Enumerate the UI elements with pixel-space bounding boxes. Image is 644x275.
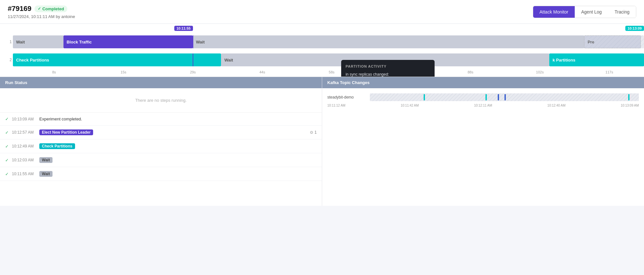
run-id: #79169 (8, 5, 31, 13)
axis-15s: 15s (89, 70, 158, 74)
step-check-3: ✓ (5, 144, 9, 149)
row-number-2: 2 (6, 58, 13, 62)
step-badge-wait2: Wait (39, 171, 53, 177)
kafka-axis-5: 10:13:09 AM (621, 104, 639, 107)
row-content-2: Check Partitions Wait k Partitions PARTI… (13, 53, 644, 66)
timeline-row-2: 2 Check Partitions Wait k Partitions PAR… (6, 51, 644, 69)
axis-117s: 117s (575, 70, 644, 74)
kafka-event-2 (485, 94, 487, 100)
step-badge-wait1: Wait (39, 157, 53, 163)
step-list: ✓ 10:13:09 AM Experiment completed. ✓ 10… (0, 113, 322, 181)
run-meta: 11/27/2024, 10:11:11 AM by antoine (8, 14, 75, 19)
header-left: #79169 Completed 11/27/2024, 10:11:11 AM… (8, 5, 75, 19)
step-badge-elect: Elect New Partition Leader (39, 129, 93, 135)
kafka-axis-1: 10:11:12 AM (327, 104, 345, 107)
step-item-2: ✓ 10:12:57 AM Elect New Partition Leader… (0, 126, 322, 139)
axis-102s: 102s (505, 70, 574, 74)
step-check-4: ✓ (5, 158, 9, 163)
step-time-2: 10:12:57 AM (12, 130, 36, 135)
timeline-marker-right: 10:13:09 (625, 26, 644, 31)
kafka-panel: Kafka Topic Changes steadybit-demo 10:11… (322, 77, 644, 206)
segment-wait2: Wait (193, 35, 584, 48)
step-label-1: Experiment completed. (39, 117, 317, 121)
step-time-3: 10:12:49 AM (12, 144, 36, 148)
step-item-4: ✓ 10:12:03 AM Wait (0, 153, 322, 167)
step-time-4: 10:12:03 AM (12, 158, 36, 162)
step-time-1: 10:13:09 AM (12, 117, 36, 121)
timeline-container: 10:11:55 10:13:09 1 Wait Block Traffic W… (0, 24, 644, 77)
axis-73s: 73s (366, 70, 436, 74)
step-check-2: ✓ (5, 130, 9, 135)
row-content-1: Wait Block Traffic Wait Pre (13, 35, 644, 48)
timeline-cursor-2 (193, 53, 193, 66)
kafka-bar-area (370, 93, 639, 101)
step-item-1: ✓ 10:13:09 AM Experiment completed. (0, 113, 322, 126)
timeline-axis: 8s 15s 29s 44s 58s 73s 88s 102s 117s (6, 69, 644, 77)
segment-wait1: Wait (13, 35, 63, 48)
timeline-marker-left: 10:11:55 (174, 26, 193, 31)
tab-attack-monitor[interactable]: Attack Monitor (533, 6, 575, 18)
step-check-1: ✓ (5, 117, 9, 121)
kafka-panel-header: Kafka Topic Changes (322, 77, 644, 88)
segment-check-partitions: Check Partitions (13, 53, 221, 66)
step-time-5: 10:11:55 AM (12, 172, 36, 176)
step-badge-check: Check Partitions (39, 143, 75, 149)
kafka-event-1 (424, 94, 425, 100)
segment-pre: Pre (584, 35, 641, 48)
step-item-3: ✓ 10:12:49 AM Check Partitions (0, 139, 322, 153)
tab-tracing[interactable]: Tracing (608, 6, 636, 18)
content-area: Run Status There are no steps running. ✓… (0, 77, 644, 206)
step-count-2: ⊙ 1 (310, 130, 317, 135)
kafka-event-5 (628, 94, 630, 100)
kafka-axis: 10:11:12 AM 10:11:42 AM 10:12:11 AM 10:1… (327, 104, 639, 107)
segment-block-traffic: Block Traffic (63, 35, 193, 48)
axis-29s: 29s (158, 70, 227, 74)
axis-88s: 88s (436, 70, 505, 74)
kafka-axis-3: 10:12:11 AM (474, 104, 492, 107)
segment-check-partitions-right: k Partitions (549, 53, 644, 66)
page-header: #79169 Completed 11/27/2024, 10:11:11 AM… (0, 0, 644, 24)
step-check-5: ✓ (5, 172, 9, 176)
kafka-event-4 (505, 94, 506, 100)
axis-8s: 8s (19, 70, 89, 74)
tab-agent-log[interactable]: Agent Log (575, 6, 608, 18)
timeline-row-1: 1 Wait Block Traffic Wait Pre (6, 33, 644, 51)
header-tabs: Attack Monitor Agent Log Tracing (533, 6, 637, 18)
step-item-5: ✓ 10:11:55 AM Wait (0, 167, 322, 181)
segment-wait3: Wait (221, 53, 549, 66)
kafka-axis-2: 10:11:42 AM (401, 104, 419, 107)
header-title: #79169 Completed (8, 5, 75, 13)
kafka-event-3 (498, 94, 499, 100)
kafka-section: steadybit-demo 10:11:12 AM 10:11:42 AM 1… (322, 88, 644, 112)
axis-58s: 58s (297, 70, 366, 74)
row-number-1: 1 (6, 40, 13, 44)
kafka-topic-row: steadybit-demo (327, 93, 639, 101)
run-status-empty: There are no steps running. (0, 88, 322, 113)
target-icon: ⊙ (310, 130, 313, 135)
timeline-cursor-1 (193, 35, 193, 48)
kafka-topic-name: steadybit-demo (327, 95, 366, 100)
run-status-panel: Run Status There are no steps running. ✓… (0, 77, 322, 206)
run-status-header: Run Status (0, 77, 322, 88)
count-value-2: 1 (314, 130, 317, 135)
status-badge: Completed (34, 5, 67, 12)
kafka-axis-4: 10:12:40 AM (547, 104, 565, 107)
axis-44s: 44s (227, 70, 297, 74)
